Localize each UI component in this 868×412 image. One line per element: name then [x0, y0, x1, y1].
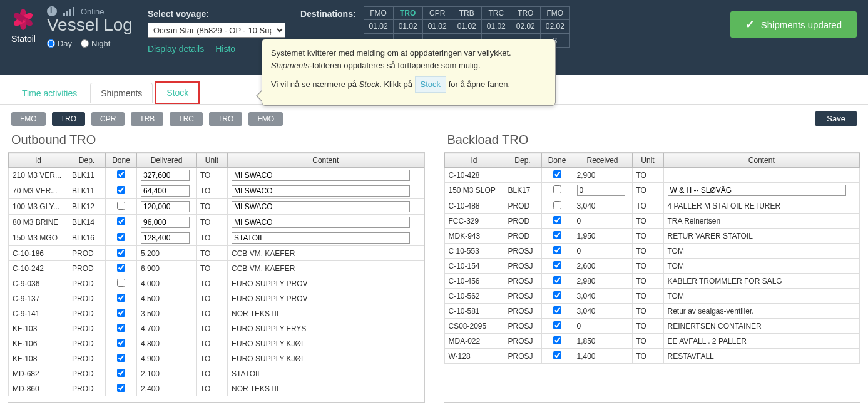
cell-id: C-10-581 — [444, 304, 504, 319]
column-header[interactable]: Content — [228, 153, 424, 168]
delivered-input[interactable] — [141, 217, 190, 228]
delivered-input[interactable] — [141, 232, 190, 244]
column-header[interactable]: Unit — [632, 153, 663, 168]
done-checkbox[interactable] — [117, 384, 125, 392]
dest-cell[interactable]: 01.02 — [452, 20, 481, 34]
done-checkbox[interactable] — [553, 336, 561, 344]
content-input[interactable] — [232, 232, 410, 244]
dest-cell[interactable]: 01.02 — [481, 20, 511, 34]
delivered-input[interactable] — [141, 170, 190, 181]
done-checkbox[interactable] — [117, 170, 125, 178]
cell-unit: TO — [197, 351, 228, 366]
cell-content: EE AVFALL . 2 PALLER — [663, 334, 860, 349]
check-icon — [745, 18, 755, 31]
radio-night-input[interactable] — [81, 39, 89, 48]
tab-stock[interactable]: Stock — [155, 81, 200, 104]
save-button[interactable]: Save — [815, 111, 857, 126]
done-checkbox[interactable] — [553, 321, 561, 329]
cell-received: 0 — [573, 319, 632, 334]
dest-cell[interactable]: TRO — [511, 7, 540, 20]
dest-cell[interactable]: 01.02 — [422, 20, 452, 34]
column-header[interactable]: Delivered — [137, 153, 197, 168]
done-checkbox[interactable] — [117, 249, 125, 257]
delivered-input[interactable] — [141, 201, 190, 212]
dest-cell[interactable]: TRB — [452, 7, 481, 20]
history-link[interactable]: Histo — [215, 44, 235, 54]
dest-cell[interactable]: TRO — [393, 7, 422, 20]
column-header[interactable]: Dep. — [504, 153, 541, 168]
radio-night[interactable]: Night — [81, 39, 110, 48]
done-checkbox[interactable] — [117, 339, 125, 347]
done-checkbox[interactable] — [117, 233, 125, 241]
done-checkbox[interactable] — [117, 186, 125, 194]
done-checkbox[interactable] — [553, 216, 561, 224]
column-header[interactable]: Done — [106, 153, 137, 168]
cell-received: 0 — [573, 214, 632, 229]
done-checkbox[interactable] — [117, 369, 125, 377]
done-checkbox[interactable] — [553, 276, 561, 284]
dest-cell[interactable]: FMO — [540, 7, 569, 20]
dest-pill-fmo-6[interactable]: FMO — [248, 112, 283, 126]
cell-dep: PROD — [68, 246, 106, 261]
dest-cell[interactable]: 02.02 — [540, 20, 569, 34]
content-input[interactable] — [232, 201, 410, 212]
done-checkbox[interactable] — [553, 170, 561, 178]
radio-day-input[interactable] — [47, 39, 55, 48]
content-input[interactable] — [232, 170, 410, 181]
content-input[interactable] — [668, 185, 846, 196]
display-details-link[interactable]: Display details — [148, 44, 204, 54]
done-checkbox[interactable] — [117, 309, 125, 317]
cell-unit: TO — [632, 319, 663, 334]
done-checkbox[interactable] — [117, 202, 125, 210]
dest-cell[interactable]: 01.02 — [364, 20, 393, 34]
done-checkbox[interactable] — [553, 231, 561, 239]
dest-pill-cpr-2[interactable]: CPR — [91, 112, 125, 126]
dest-cell[interactable]: 02.02 — [511, 20, 540, 34]
dest-pill-tro-5[interactable]: TRO — [209, 112, 242, 126]
done-checkbox[interactable] — [117, 294, 125, 302]
column-header[interactable]: Id — [444, 153, 504, 168]
done-checkbox[interactable] — [117, 324, 125, 332]
dest-pill-trc-4[interactable]: TRC — [170, 112, 203, 126]
done-checkbox[interactable] — [553, 351, 561, 359]
delivered-input[interactable] — [141, 185, 190, 197]
column-header[interactable]: Dep. — [68, 153, 106, 168]
column-header[interactable]: Received — [573, 153, 632, 168]
done-checkbox[interactable] — [117, 354, 125, 362]
received-input[interactable] — [577, 185, 626, 196]
cell-dep: PROD — [68, 276, 106, 291]
dest-cell[interactable]: TRC — [481, 7, 511, 20]
done-checkbox[interactable] — [117, 264, 125, 272]
dest-pill-trb-3[interactable]: TRB — [131, 112, 163, 126]
info-icon[interactable] — [47, 6, 57, 16]
column-header[interactable]: Id — [9, 153, 68, 168]
radio-day[interactable]: Day — [47, 39, 72, 48]
cell-dep: PROD — [68, 261, 106, 276]
tab-time-activities[interactable]: Time activities — [11, 83, 88, 103]
done-checkbox[interactable] — [553, 291, 561, 299]
voyage-select[interactable]: Ocean Star (85829 - OP - 10 Supply) — [148, 23, 285, 38]
cell-dep: BLK14 — [68, 215, 106, 230]
dest-pill-tro-1[interactable]: TRO — [52, 112, 85, 126]
done-checkbox[interactable] — [553, 185, 561, 193]
done-checkbox[interactable] — [553, 246, 561, 254]
content-input[interactable] — [232, 185, 410, 197]
cell-unit: TO — [632, 198, 663, 214]
dest-cell[interactable]: 01.02 — [393, 20, 422, 34]
column-header[interactable]: Content — [663, 153, 860, 168]
dest-pill-fmo-0[interactable]: FMO — [11, 112, 46, 126]
column-header[interactable]: Done — [541, 153, 573, 168]
done-checkbox[interactable] — [553, 201, 561, 209]
done-checkbox[interactable] — [553, 261, 561, 269]
done-checkbox[interactable] — [553, 306, 561, 314]
cell-content: CCB VM, KAEFER — [228, 261, 424, 276]
dest-cell[interactable]: CPR — [422, 7, 452, 20]
done-checkbox[interactable] — [117, 279, 125, 287]
content-input[interactable] — [232, 217, 410, 228]
cell-delivered: 5,200 — [137, 246, 197, 261]
stock-chip[interactable]: Stock — [415, 76, 447, 93]
column-header[interactable]: Unit — [197, 153, 228, 168]
tab-shipments[interactable]: Shipments — [90, 83, 153, 103]
dest-cell[interactable]: FMO — [364, 7, 393, 20]
done-checkbox[interactable] — [117, 217, 125, 225]
